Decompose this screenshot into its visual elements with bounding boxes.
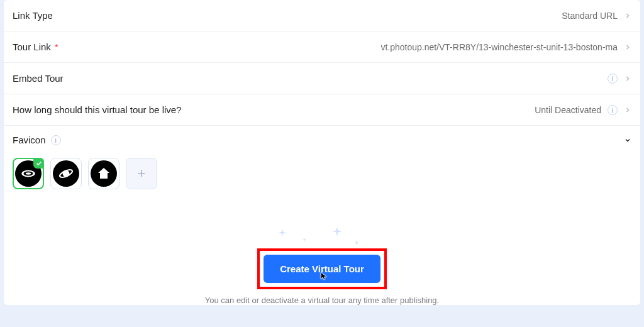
favicon-option-orbit[interactable] [50, 158, 82, 189]
info-icon[interactable]: i [51, 135, 61, 145]
info-icon[interactable]: i [608, 105, 618, 115]
settings-card: Link Type Standard URL Tour Link * vt.ph… [4, 0, 640, 305]
highlight-box: Create Virtual Tour [257, 248, 387, 289]
tour-link-label: Tour Link [13, 42, 51, 52]
tour-link-value: vt.photoup.net/VT-RR8Y/13-winchester-st-… [380, 42, 618, 52]
row-link-type[interactable]: Link Type Standard URL [4, 0, 640, 31]
link-type-label: Link Type [13, 10, 53, 21]
embed-tour-label: Embed Tour [13, 73, 64, 84]
row-duration[interactable]: How long should this virtual tour be liv… [4, 94, 640, 126]
link-type-value: Standard URL [562, 11, 618, 21]
favicon-section: Favicon i [4, 126, 640, 203]
create-virtual-tour-button[interactable]: Create Virtual Tour [264, 255, 380, 283]
favicon-label: Favicon [13, 135, 46, 145]
orbit-icon [53, 160, 79, 187]
favicon-header[interactable]: Favicon i [13, 135, 631, 145]
favicon-option-house[interactable] [88, 158, 119, 189]
chevron-down-icon [624, 136, 631, 144]
chevron-right-icon [624, 12, 631, 19]
chevron-right-icon [624, 75, 631, 82]
required-marker: * [55, 42, 58, 52]
svg-point-2 [26, 172, 31, 174]
row-tour-link[interactable]: Tour Link * vt.photoup.net/VT-RR8Y/13-wi… [4, 31, 640, 63]
footer: Create Virtual Tour You can edit or deac… [4, 203, 640, 305]
chevron-right-icon [624, 43, 631, 51]
cursor-icon [319, 272, 328, 280]
house-icon [91, 160, 117, 187]
chevron-right-icon [624, 106, 631, 114]
check-icon [33, 158, 44, 169]
favicon-option-vr[interactable] [13, 158, 44, 189]
duration-value: Until Deactivated [535, 105, 601, 115]
sparkle-decoration [272, 226, 372, 251]
favicon-options: + [13, 158, 631, 189]
footer-hint: You can edit or deactivate a virtual tou… [4, 296, 640, 305]
row-embed-tour[interactable]: Embed Tour i [4, 63, 640, 94]
duration-label: How long should this virtual tour be liv… [13, 104, 181, 115]
favicon-add-button[interactable]: + [126, 158, 157, 189]
plus-icon: + [138, 165, 146, 182]
info-icon[interactable]: i [608, 74, 618, 84]
